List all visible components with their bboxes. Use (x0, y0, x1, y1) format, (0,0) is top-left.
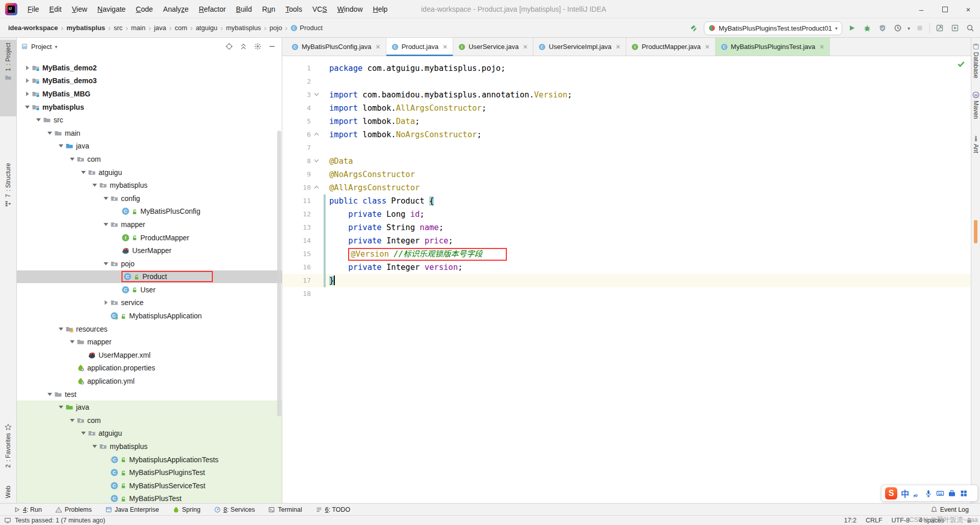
grid-icon[interactable] (960, 489, 968, 497)
stop-button[interactable] (914, 22, 925, 34)
tree-item-service[interactable]: service (17, 296, 282, 310)
tree-item-main[interactable]: main (17, 127, 282, 140)
tab-userserviceimpl-java[interactable]: CUserServiceImpl.java✕ (533, 38, 626, 56)
menu-analyze[interactable]: Analyze (158, 0, 194, 18)
tree-expanded-arrow[interactable] (45, 390, 54, 398)
breadcrumb-item-mybatisplus[interactable]: mybatisplus (64, 23, 107, 33)
project-structure-button[interactable] (934, 22, 945, 34)
event-log-button[interactable]: Event Log (930, 506, 969, 513)
tree-item-usermapper[interactable]: UserMapper (17, 244, 282, 257)
bottom-bar-problems[interactable]: Problems (55, 506, 92, 513)
line-number[interactable]: 11 (282, 194, 311, 208)
tree-collapsed-arrow[interactable] (102, 298, 110, 307)
tree-collapsed-arrow[interactable] (23, 64, 32, 72)
close-icon[interactable]: ✕ (523, 43, 528, 51)
tree-item-test[interactable]: test (17, 388, 282, 401)
tree-expanded-arrow[interactable] (57, 142, 65, 150)
tree-item-application-yml[interactable]: application.yml (17, 374, 282, 388)
tree-expanded-arrow[interactable] (68, 338, 77, 346)
fold-down-icon[interactable] (313, 91, 320, 98)
line-number[interactable]: 9 (282, 168, 311, 181)
file-encoding[interactable]: UTF-8 (892, 517, 910, 524)
bottom-bar-terminal[interactable]: Terminal (268, 506, 302, 513)
tree-expanded-arrow[interactable] (102, 260, 110, 268)
project-tree-scrollbar[interactable] (277, 131, 281, 416)
minimize-button[interactable]: – (910, 0, 933, 18)
tree-expanded-arrow[interactable] (68, 416, 77, 424)
bottom-bar-4-run[interactable]: 4: Run (13, 506, 42, 513)
menu-refactor[interactable]: Refactor (193, 0, 231, 18)
collapse-all-button[interactable] (238, 41, 249, 52)
close-icon[interactable]: ✕ (616, 43, 621, 51)
tree-expanded-arrow[interactable] (34, 116, 43, 124)
bottom-bar-6-todo[interactable]: 6: TODO (315, 506, 351, 513)
tree-item-mybatisplusconfig[interactable]: CMyBatisPlusConfig (17, 205, 282, 218)
breadcrumb-item-java[interactable]: java (152, 23, 168, 33)
tree-item-mybatisplusapplication[interactable]: CMybatisplusApplication (17, 309, 282, 322)
hide-panel-button[interactable] (266, 41, 278, 52)
menu-view[interactable]: View (67, 0, 92, 18)
tree-expanded-arrow[interactable] (23, 103, 32, 111)
tree-item-mybatis-demo3[interactable]: MyBatis_demo3 (17, 74, 282, 88)
tree-item-mybatisplus[interactable]: mybatisplus (17, 179, 282, 192)
breadcrumb-item-atguigu[interactable]: atguigu (193, 23, 219, 33)
menu-build[interactable]: Build (231, 0, 257, 18)
toolbox-icon[interactable] (948, 489, 956, 497)
tree-item-mybatis-demo2[interactable]: MyBatis_demo2 (17, 61, 282, 74)
indent-style[interactable]: 4 spaces (919, 517, 944, 524)
tab-userservice-java[interactable]: IUserService.java✕ (453, 38, 533, 56)
tree-expanded-arrow[interactable] (79, 168, 88, 177)
tree-expanded-arrow[interactable] (79, 429, 88, 437)
line-separator[interactable]: CRLF (866, 517, 883, 524)
tool-window-button-web[interactable]: Web (0, 483, 16, 503)
close-icon[interactable]: ✕ (819, 43, 824, 51)
tool-window-button-database[interactable]: Database (971, 43, 980, 78)
tree-expanded-arrow[interactable] (90, 181, 99, 189)
sogou-logo-icon[interactable]: S (885, 487, 897, 499)
fold-down-icon[interactable] (313, 157, 320, 164)
tree-item-product[interactable]: CProduct (17, 270, 282, 284)
breadcrumb-item-product[interactable]: CProduct (288, 23, 325, 33)
ime-language-toggle[interactable]: 中 (901, 487, 909, 499)
menu-edit[interactable]: Edit (44, 0, 67, 18)
search-everywhere-button[interactable] (965, 22, 976, 34)
select-opened-file-button[interactable] (224, 41, 235, 52)
line-number[interactable]: 13 (282, 221, 311, 234)
project-view-selector[interactable]: Project (31, 43, 52, 51)
keyboard-icon[interactable] (936, 489, 944, 497)
line-number[interactable]: 12 (282, 208, 311, 221)
tree-expanded-arrow[interactable] (102, 194, 110, 203)
run-button[interactable] (846, 22, 857, 34)
menu-window[interactable]: Window (332, 0, 368, 18)
tab-productmapper-java[interactable]: IProductMapper.java✕ (626, 38, 716, 56)
tree-expanded-arrow[interactable] (90, 442, 99, 451)
tool-window-button-ant[interactable]: Ant (971, 135, 980, 153)
tree-item-config[interactable]: config (17, 192, 282, 205)
tree-item-mybatisplusservicetest[interactable]: CMyBatisPlusServiceTest (17, 479, 282, 492)
breadcrumb-item-main[interactable]: main (129, 23, 148, 33)
tree-item-productmapper[interactable]: IProductMapper (17, 231, 282, 244)
tab-product-java[interactable]: CProduct.java✕ (386, 38, 453, 56)
breadcrumb-item-src[interactable]: src (112, 23, 125, 33)
settings-button[interactable] (252, 41, 263, 52)
tree-item-mybatis-mbg[interactable]: MyBatis_MBG (17, 87, 282, 101)
tree-item-usermapper-xml[interactable]: UserMapper.xml (17, 348, 282, 362)
menu-vcs[interactable]: VCS (307, 0, 332, 18)
line-number[interactable]: 8 (282, 155, 311, 168)
profiler-button[interactable] (892, 22, 903, 34)
line-number[interactable]: 5 (282, 115, 311, 128)
line-number[interactable]: 3 (282, 88, 311, 102)
line-number[interactable]: 15 (282, 247, 311, 261)
close-icon[interactable]: ✕ (376, 43, 381, 51)
line-number[interactable]: 1 (282, 62, 311, 75)
tree-collapsed-arrow[interactable] (23, 90, 32, 98)
tree-expanded-arrow[interactable] (102, 220, 110, 229)
breadcrumb-item-pojo[interactable]: pojo (267, 23, 284, 33)
tree-item-atguigu[interactable]: atguigu (17, 166, 282, 179)
menu-file[interactable]: File (22, 0, 44, 18)
close-icon[interactable]: ✕ (443, 43, 448, 51)
line-number[interactable]: 7 (282, 141, 311, 155)
tree-item-mybatisplustest[interactable]: CMyBatisPlusTest (17, 492, 282, 503)
line-number[interactable]: 10 (282, 181, 311, 194)
microphone-icon[interactable] (924, 489, 933, 497)
